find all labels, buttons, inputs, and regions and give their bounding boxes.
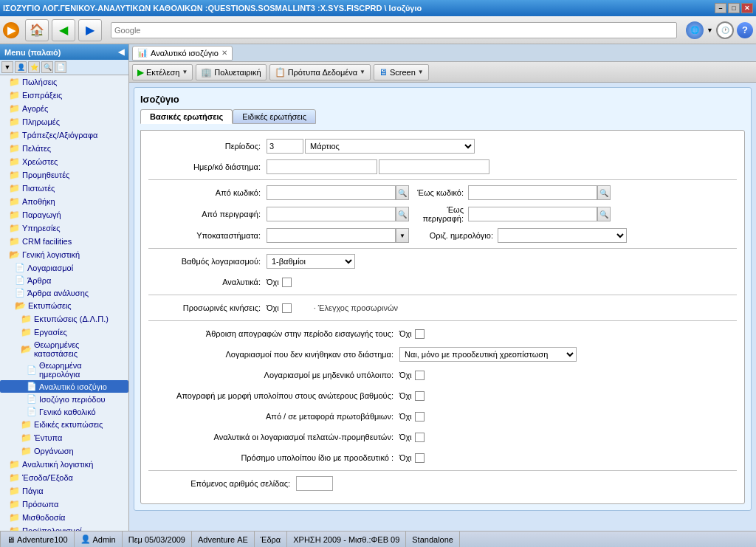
templates-icon: 📋: [275, 67, 286, 78]
sidebar-item-apothiki[interactable]: 📁Αποθήκη: [0, 195, 128, 208]
sidebar-item-arthra-analysis[interactable]: 📄Άρθρα ανάλυσης: [0, 286, 128, 299]
status-admin: 👤 Admin: [75, 531, 123, 547]
period-month-select[interactable]: Μάρτιος: [305, 139, 475, 154]
sidebar-btn-star[interactable]: ⭐: [28, 61, 40, 73]
sidebar-btn-doc[interactable]: 📄: [55, 61, 66, 73]
date-to-input[interactable]: [379, 159, 489, 174]
sidebar-item-misthodosia[interactable]: 📁Μισθοδοσία: [0, 511, 128, 524]
next-page-input[interactable]: [296, 476, 333, 491]
balance-form-value: Όχι: [399, 391, 412, 400]
tab-special-questions[interactable]: Ειδικές ερωτήσεις: [233, 109, 316, 124]
sidebar-item-analytiko-iso[interactable]: 📄Αναλυτικό ισοζύγιο: [0, 380, 128, 393]
tab-analytiko[interactable]: 📊 Αναλυτικό ισοζύγιο ✕: [132, 46, 233, 61]
divider-2: [148, 248, 737, 249]
sidebar-item-trapeza[interactable]: 📁Τράπεζες/Αξιόγραφα: [0, 128, 128, 142]
forward-button[interactable]: ▶: [78, 19, 102, 41]
folder-icon: 📁: [9, 210, 20, 220]
sidebar-item-pelates[interactable]: 📁Πελάτες: [0, 142, 128, 155]
temp-movements-value: Όχι: [267, 303, 279, 312]
sidebar-item-paragogi[interactable]: 📁Παραγωγή: [0, 208, 128, 221]
to-code-search-button[interactable]: 🔍: [597, 185, 611, 200]
date-from-input[interactable]: [267, 159, 377, 174]
transfer-primes-checkbox[interactable]: [415, 412, 425, 422]
no-movement-select[interactable]: Ναι, μόνο με προοδευτική χρεοπίστωση: [399, 347, 577, 362]
from-code-input[interactable]: [267, 185, 396, 200]
sidebar-item-hreostes[interactable]: 📁Χρεώστες: [0, 155, 128, 168]
balance-form-label: Απογραφή με μορφή υπολοίπου στους ανώτερ…: [148, 391, 399, 400]
branches-dropdown-button[interactable]: ▼: [396, 228, 409, 243]
sidebar-btn-1[interactable]: ▼: [1, 61, 13, 73]
to-desc-search-button[interactable]: 🔍: [597, 207, 611, 221]
to-code-input[interactable]: [468, 185, 597, 200]
home-button[interactable]: 🏠: [25, 19, 49, 41]
multicompany-button[interactable]: 🏢 Πολυεταιρική: [196, 64, 266, 80]
sidebar-item-crm[interactable]: 📁CRM facilities: [0, 235, 128, 248]
sidebar-btn-search[interactable]: 🔍: [41, 61, 53, 73]
maximize-button[interactable]: □: [728, 3, 740, 13]
sidebar-item-eidikes-ektyp[interactable]: 📁Ειδικές εκτυπώσεις: [0, 418, 128, 431]
branches-input[interactable]: [267, 228, 396, 243]
sidebar-item-pliromes[interactable]: 📁Πληρωμές: [0, 115, 128, 128]
from-desc-input[interactable]: [267, 207, 396, 221]
sidebar-item-arthra[interactable]: 📄Άρθρα: [0, 274, 128, 286]
sidebar-item-poliseis[interactable]: 📁Πωλήσεις: [0, 75, 128, 89]
search-input[interactable]: [111, 22, 677, 38]
from-code-search-button[interactable]: 🔍: [396, 185, 409, 200]
sidebar-item-logariasmi[interactable]: 📄Λογαριασμοί: [0, 261, 128, 274]
from-desc-search-button[interactable]: 🔍: [396, 207, 409, 221]
run-button[interactable]: ▶ Εκτέλεση ▼: [132, 64, 193, 80]
to-desc-input[interactable]: [468, 207, 597, 221]
client-supplier-row: Αναλυτικά οι λογαριασμοί πελατών-προμηθε…: [148, 429, 737, 445]
sidebar-item-ektyposeis-dlp[interactable]: 📁Εκτυπώσεις (Δ.Λ.Π.): [0, 312, 128, 326]
clock-icon: 🕐: [716, 21, 734, 39]
doc-icon5: 📄: [27, 407, 37, 416]
period-number-input[interactable]: [267, 139, 303, 154]
sign-balance-checkbox[interactable]: [415, 453, 425, 463]
zero-balance-checkbox[interactable]: [415, 371, 425, 380]
sidebar-btn-person[interactable]: 👤: [15, 61, 27, 73]
sidebar-item-isozygio-per[interactable]: 📄Ισοζύγιο περιόδου: [0, 393, 128, 405]
sidebar-item-geniki[interactable]: 📂Γενική λογιστική: [0, 248, 128, 261]
sidebar-item-pagia[interactable]: 📁Πάγια: [0, 484, 128, 498]
sidebar-item-theorimenes[interactable]: 📂Θεωρημένες καταστάσεις: [0, 339, 128, 359]
sidebar-item-ypiresias[interactable]: 📁Υπηρεσίες: [0, 221, 128, 235]
horiz-calendar-select[interactable]: [498, 228, 627, 243]
client-supplier-checkbox[interactable]: [415, 433, 425, 442]
screen-button[interactable]: 🖥 Screen ▼: [374, 64, 429, 80]
folder-icon: 📁: [9, 117, 20, 127]
sidebar-item-piswtes[interactable]: 📁Πιστωτές: [0, 182, 128, 195]
analytical-checkbox[interactable]: [282, 278, 292, 287]
back-button[interactable]: ◀: [52, 19, 75, 41]
analytical-value: Όχι: [267, 278, 279, 286]
sidebar-item-organosi[interactable]: 📁Οργάνωση: [0, 444, 128, 458]
sidebar-item-agores[interactable]: 📁Αγορές: [0, 102, 128, 115]
sidebar-item-geniko-kath[interactable]: 📄Γενικό καθολικό: [0, 405, 128, 418]
help-icon[interactable]: ?: [737, 22, 753, 38]
sidebar-item-ergasies[interactable]: 📁Εργασίες: [0, 326, 128, 339]
balance-form-checkbox[interactable]: [415, 391, 425, 401]
sidebar-item-proypologismoi[interactable]: 📁Προϋπολογισμοί: [0, 524, 128, 531]
close-button[interactable]: ✕: [741, 3, 753, 13]
sidebar-item-ektyposeis[interactable]: 📂Εκτυπώσεις: [0, 299, 128, 312]
tab-close-button[interactable]: ✕: [221, 49, 227, 57]
tab-basic-questions[interactable]: Βασικές ερωτήσεις: [140, 109, 233, 124]
sidebar-item-prosopa[interactable]: 📁Πρόσωπα: [0, 498, 128, 511]
sidebar-collapse-button[interactable]: ◀: [118, 47, 124, 57]
status-company-text: Adventure ΑΕ: [198, 535, 248, 544]
account-depth-select[interactable]: 1-βαθμίοι: [267, 254, 355, 269]
sidebar-item-analytiki[interactable]: 📁Αναλυτική λογιστική: [0, 458, 128, 471]
temp-movements-checkbox[interactable]: [282, 303, 292, 313]
sidebar-item-eispraksis[interactable]: 📁Εισπράξεις: [0, 89, 128, 102]
globe-icon[interactable]: 🌐: [686, 21, 704, 39]
templates-button[interactable]: 📋 Πρότυπα Δεδομένα ▼: [269, 64, 371, 80]
remove-entries-checkbox[interactable]: [415, 329, 425, 339]
folder-icon: 📁: [9, 77, 20, 87]
sidebar-item-theorimena-im[interactable]: 📄Θεωρημένα ημερολόγια: [0, 359, 128, 380]
status-mode: Standalone: [406, 531, 460, 547]
sidebar-item-esoda[interactable]: 📁Έσοδα/Έξοδα: [0, 471, 128, 484]
sidebar-item-entypa[interactable]: 📁Έντυπα: [0, 431, 128, 444]
tab-icon: 📊: [137, 48, 148, 58]
minimize-button[interactable]: –: [715, 3, 726, 13]
sidebar-item-promitheftes[interactable]: 📁Προμηθευτές: [0, 168, 128, 182]
toolbar-right: 🌐 ▼ 🕐 ?: [686, 21, 753, 39]
